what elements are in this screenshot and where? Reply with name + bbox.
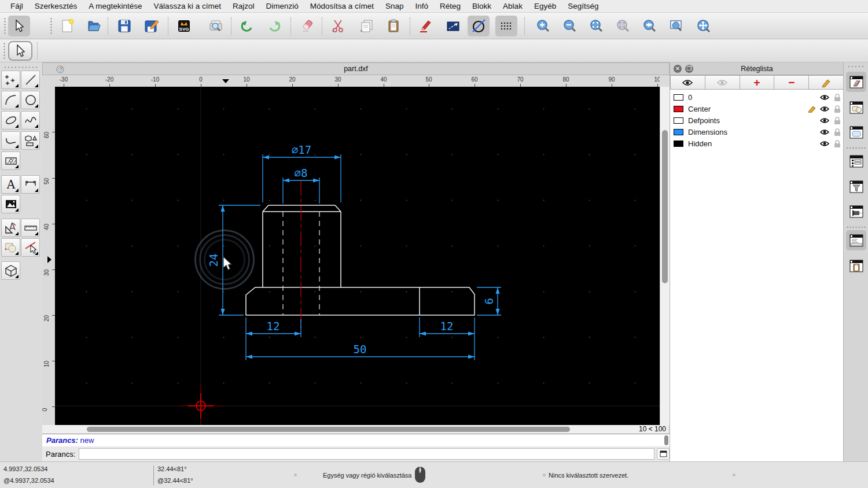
zoom-in-button[interactable] (532, 16, 554, 36)
layer-visibility-icon[interactable] (818, 117, 831, 124)
menu-fajl[interactable]: Fájl (5, 2, 29, 10)
undo-button[interactable] (236, 16, 258, 36)
property-list-panel-button[interactable] (846, 151, 866, 171)
attributes-button[interactable] (414, 16, 436, 36)
block-list-panel-button[interactable] (846, 97, 866, 117)
menu-info[interactable]: Infó (410, 2, 435, 10)
layer-color-swatch[interactable] (674, 94, 683, 101)
layer-visibility-icon[interactable] (818, 106, 831, 112)
vscroll-thumb[interactable] (662, 130, 668, 283)
dock-handle[interactable] (847, 65, 865, 68)
zoom-out-button[interactable] (559, 16, 581, 36)
layer-row[interactable]: Center (670, 103, 844, 114)
solid-tool[interactable] (1, 261, 20, 280)
command-options-button[interactable] (657, 448, 670, 460)
spline-tool[interactable] (21, 111, 40, 130)
ellipse-tool[interactable] (1, 111, 20, 130)
paste-button[interactable] (382, 16, 404, 36)
layer-row[interactable]: Dimensions (670, 126, 844, 138)
layer-color-swatch[interactable] (674, 141, 683, 147)
delete-button[interactable] (296, 16, 318, 36)
drawing-window-titlebar[interactable]: part.dxf (42, 62, 670, 75)
save-as-button[interactable] (141, 16, 163, 36)
layer-lock-icon[interactable] (831, 94, 844, 101)
redo-button[interactable] (263, 16, 285, 36)
cut-button[interactable]: + (327, 16, 349, 36)
toolbar-handle[interactable] (50, 17, 53, 35)
layer-lock-icon[interactable] (831, 117, 844, 124)
menu-rajzol[interactable]: Rajzol (227, 2, 260, 10)
ruler-tool[interactable] (21, 219, 40, 237)
grid-toggle-button[interactable] (495, 16, 517, 36)
svg-export-button[interactable]: SVG (173, 16, 195, 36)
menu-segitseg[interactable]: Segítség (562, 2, 604, 10)
layer-color-swatch[interactable] (674, 129, 683, 135)
hatch-tool[interactable] (1, 151, 20, 170)
menu-valassza[interactable]: Válassza ki a címet (148, 2, 227, 10)
copy-button[interactable]: + (356, 16, 378, 36)
new-document-button[interactable] (57, 16, 79, 36)
selection-filter-panel-button[interactable] (846, 176, 866, 197)
text-tool[interactable]: A (1, 175, 20, 194)
menu-megtekintese[interactable]: A megtekintése (83, 2, 148, 10)
trim-tool[interactable] (21, 238, 40, 257)
dimension-tool[interactable] (21, 175, 40, 194)
previous-view-button[interactable] (639, 16, 661, 36)
menu-ablak[interactable]: Ablak (497, 2, 528, 10)
layer-color-swatch[interactable] (674, 106, 683, 112)
command-input[interactable] (79, 448, 654, 460)
layer-color-swatch[interactable] (674, 117, 683, 124)
menu-blokk[interactable]: Blokk (466, 2, 497, 10)
zoom-window-button[interactable] (665, 16, 687, 36)
save-button[interactable] (113, 16, 135, 36)
layer-lock-icon[interactable] (831, 128, 844, 136)
layer-row[interactable]: Defpoints (670, 114, 844, 126)
library-browser-panel-button[interactable] (846, 122, 866, 142)
edit-layer-button[interactable] (809, 75, 844, 90)
circle-tool[interactable] (21, 91, 40, 109)
layer-row[interactable]: 0 (670, 91, 844, 103)
points-tool[interactable] (1, 71, 20, 89)
close-icon[interactable]: ✕ (674, 65, 682, 73)
add-layer-button[interactable]: + (740, 75, 775, 90)
layer-visibility-icon[interactable] (818, 141, 831, 147)
view-panel-button[interactable] (846, 201, 866, 221)
print-preview-button[interactable] (205, 16, 227, 36)
layer-lock-icon[interactable] (831, 105, 844, 113)
image-tool[interactable] (1, 195, 20, 213)
scale-button[interactable] (442, 16, 464, 36)
line-tool[interactable] (21, 71, 40, 89)
remove-layer-button[interactable]: − (774, 75, 809, 90)
hide-all-layers-button[interactable] (705, 75, 740, 90)
layer-list-panel-button[interactable] (846, 72, 866, 92)
show-all-layers-button[interactable] (670, 75, 705, 90)
command-line-panel-button[interactable] (846, 230, 866, 250)
layer-row[interactable]: Hidden (670, 138, 844, 149)
menu-szerkesztes[interactable]: Szerkesztés (29, 2, 83, 10)
toolbar-handle[interactable] (3, 17, 6, 35)
zoom-selection-button[interactable] (612, 16, 634, 36)
menu-reteg[interactable]: Réteg (434, 2, 466, 10)
toolbar-handle[interactable] (3, 42, 6, 60)
layer-visibility-icon[interactable] (818, 129, 831, 135)
layer-lock-icon[interactable] (831, 140, 844, 147)
canvas-vertical-scrollbar[interactable] (660, 87, 670, 425)
palette-handle[interactable] (3, 66, 38, 69)
auto-zoom-button[interactable] (586, 16, 608, 36)
menu-egyeb[interactable]: Egyéb (528, 2, 562, 10)
history-scrollbar[interactable] (664, 435, 668, 445)
hscroll-thumb[interactable] (87, 427, 570, 432)
open-button[interactable] (83, 16, 105, 36)
menu-dimenzio[interactable]: Dimenzió (260, 2, 304, 10)
measure-tool[interactable] (1, 219, 20, 237)
select-button[interactable] (8, 16, 30, 36)
menu-modositsa[interactable]: Módosítsa a címet (304, 2, 380, 10)
clipboard-panel-button[interactable] (846, 256, 866, 276)
layer-visibility-icon[interactable] (818, 94, 831, 101)
polyline-tool[interactable] (1, 131, 20, 150)
detach-icon[interactable]: ❐ (685, 65, 693, 73)
draft-mode-button[interactable] (468, 16, 490, 36)
arc-tool[interactable] (1, 91, 20, 109)
canvas-horizontal-scrollbar[interactable] (42, 425, 628, 434)
command-history[interactable]: Parancs: new (42, 434, 670, 446)
